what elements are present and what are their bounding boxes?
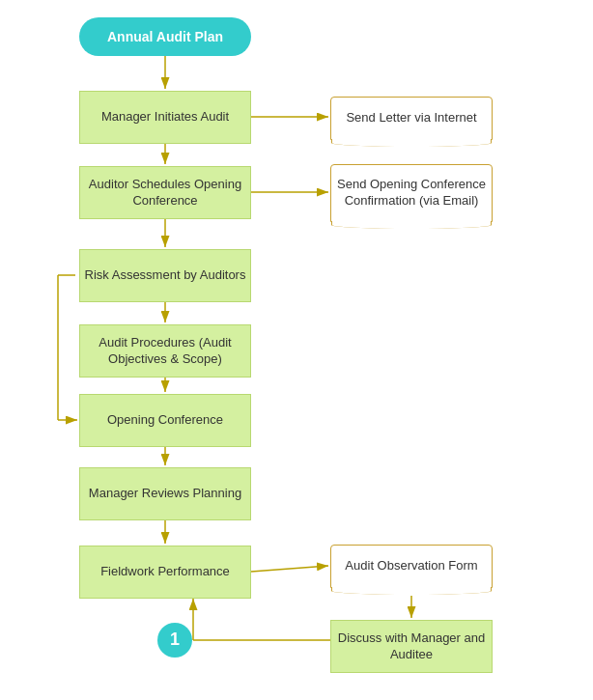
- discuss-manager-node: Discuss with Manager and Auditee: [330, 620, 493, 673]
- svg-line-11: [251, 566, 328, 572]
- audit-observation-form-node: Audit Observation Form: [330, 545, 493, 588]
- send-letter-node: Send Letter via Internet: [330, 97, 493, 140]
- risk-assessment-node: Risk Assessment by Auditors: [79, 249, 251, 302]
- auditor-schedules-node: Auditor Schedules Opening Conference: [79, 166, 251, 219]
- manager-initiates-audit-node: Manager Initiates Audit: [79, 91, 251, 144]
- flowchart-diagram: Annual Audit Plan Manager Initiates Audi…: [0, 0, 593, 700]
- audit-procedures-node: Audit Procedures (Audit Objectives & Sco…: [79, 324, 251, 378]
- annual-audit-plan-node: Annual Audit Plan: [79, 17, 251, 56]
- connector-1-node: 1: [157, 623, 192, 658]
- manager-reviews-node: Manager Reviews Planning: [79, 467, 251, 520]
- send-opening-conf-node: Send Opening Conference Confirmation (vi…: [330, 164, 493, 222]
- opening-conference-node: Opening Conference: [79, 394, 251, 447]
- fieldwork-performance-node: Fieldwork Performance: [79, 546, 251, 599]
